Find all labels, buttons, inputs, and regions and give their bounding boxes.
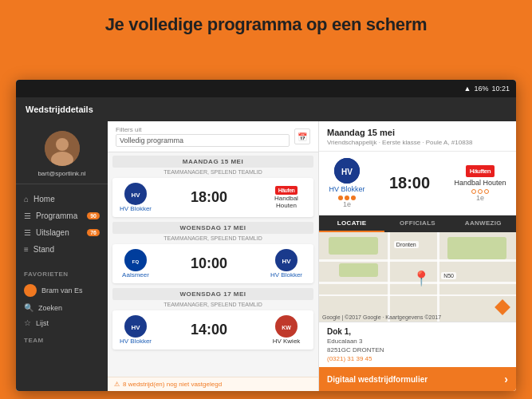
filter-select[interactable]: Volledig programma <box>116 134 290 147</box>
tab-aanwezig[interactable]: AANWEZIG <box>451 215 516 232</box>
map-label-n50: N50 <box>441 272 456 279</box>
detail-away-team-name: Handbal Houten <box>454 179 506 187</box>
match-detail-date: Maandag 15 mei <box>327 128 508 137</box>
day-header-1: MAANDAG 15 MEI <box>112 156 313 168</box>
top-bar-title: Wedstrijddetails <box>26 105 93 114</box>
sidebar-item-stand[interactable]: ≡ Stand <box>16 241 108 258</box>
sidebar-item-uitslagen[interactable]: ☰ Uitslagen 76 <box>16 224 108 241</box>
green-area-3 <box>339 263 378 277</box>
detail-home-team-name: HV Blokker <box>329 185 365 193</box>
search-icon: 🔍 <box>24 303 33 312</box>
team-section-title: TEAM <box>16 330 108 347</box>
tab-locatie[interactable]: LOCATIE <box>319 215 384 232</box>
match-card-1[interactable]: HV HV Blokker 18:00 Häufen Handbal Houte… <box>112 178 313 217</box>
away-team-2: HV HV Blokker <box>266 249 307 279</box>
home-team-3: HV HV Blokker <box>119 315 152 345</box>
road-v1 <box>388 232 390 322</box>
favorite-zoeken[interactable]: 🔍 Zoeken <box>16 300 108 315</box>
map-area: 📍 Dronten N50 Google | ©2017 Google · Ka… <box>319 232 516 322</box>
svg-point-1 <box>56 138 69 151</box>
home-team-1: HV HV Blokker <box>119 183 152 212</box>
away-logo-2: HV <box>275 249 298 271</box>
results-icon: ☰ <box>24 228 31 237</box>
detail-home-team: HV HV Blokker 1e <box>327 158 367 208</box>
detail-away-team: Häuften Handbal Houten 1e <box>452 165 508 202</box>
content-pane: Filters uit Volledig programma 📅 MAANDAG… <box>108 121 318 391</box>
sidebar-avatar-area: bart@sportlink.nl <box>16 121 108 184</box>
home-team-name-2: Aalsmeer <box>122 271 149 279</box>
match-card-3[interactable]: HV HV Blokker 14:00 KW HV K <box>112 310 313 350</box>
sub-header-3: TEAMMANAGER, SPELEND TEAMLID <box>112 302 313 307</box>
google-logo: Google | ©2017 Google · Kaartgegevens ©2… <box>322 314 441 320</box>
digital-form-button[interactable]: Digitaal wedstrijdformulier › <box>319 367 516 391</box>
right-pane: Maandag 15 mei Vriendschappelijk · Eerst… <box>318 121 516 391</box>
location-address2: 8251GC DRONTEN <box>327 346 508 354</box>
green-area-1 <box>329 237 378 255</box>
away-team-name-3: HV Kwiek <box>273 338 301 345</box>
match-time-2: 10:00 <box>157 255 261 272</box>
fav-dot-icon <box>24 284 37 297</box>
away-team-3: KW HV Kwiek <box>266 315 307 345</box>
map-label-dronten: Dronten <box>394 241 419 248</box>
away-logo-3: KW <box>275 315 298 338</box>
battery-level: 16% <box>474 85 488 93</box>
sidebar-item-label: Stand <box>33 245 54 254</box>
sidebar-item-home[interactable]: ⌂ Home <box>16 191 108 207</box>
top-bar: Wedstrijddetails <box>16 97 516 121</box>
home-logo-2: FQ <box>124 249 147 271</box>
match-card-2[interactable]: FQ Aalsmeer 10:00 HV HV Blo <box>112 244 313 283</box>
hauten-logo-1: Häufen <box>275 186 298 195</box>
arrow-right-icon: › <box>504 373 508 385</box>
page-title: Je volledige programma op een scherm <box>0 0 532 46</box>
home-logo-1: HV <box>124 183 147 205</box>
stand-icon: ≡ <box>24 245 29 254</box>
home-icon: ⌂ <box>24 195 29 203</box>
location-phone[interactable]: (0321) 31 39 45 <box>327 355 508 362</box>
dot3 <box>351 196 356 200</box>
match-time-3: 14:00 <box>157 322 261 338</box>
favorites-section-title: FAVORIETEN <box>16 264 108 281</box>
calendar-icon: ☰ <box>24 211 31 220</box>
favorite-lijst[interactable]: ☆ Lijst <box>16 315 108 330</box>
sidebar-item-label: Home <box>33 195 55 203</box>
clock: 10:21 <box>491 85 510 93</box>
wifi-icon: ▲ <box>464 85 471 93</box>
app-window: ▲ 16% 10:21 Wedstrijddetails bart@sportl… <box>16 80 516 391</box>
notice-text: 8 wedstrijd(en) nog niet vastgelegd <box>123 381 222 388</box>
calendar-filter-icon[interactable]: 📅 <box>294 128 310 144</box>
digital-form-label: Digitaal wedstrijdformulier <box>327 375 428 384</box>
user-email: bart@sportlink.nl <box>37 170 85 177</box>
home-team-name-1: HV Blokker <box>120 205 152 212</box>
day-header-2: WOENSDAG 17 MEI <box>112 222 313 234</box>
road-h1 <box>319 259 516 262</box>
green-area-2 <box>447 237 506 259</box>
svg-text:HV: HV <box>341 168 353 176</box>
svg-text:KW: KW <box>282 325 291 330</box>
away-team-1: Häufen Handbal Houten <box>266 186 307 209</box>
svg-text:HV: HV <box>131 192 140 199</box>
road-v2 <box>437 232 439 322</box>
fav-label: Zoeken <box>38 304 62 312</box>
schedule-list: MAANDAG 15 MEI TEAMMANAGER, SPELEND TEAM… <box>108 152 318 377</box>
sidebar: bart@sportlink.nl ⌂ Home ☰ Programma 90 … <box>16 121 108 391</box>
sidebar-item-programma[interactable]: ☰ Programma 90 <box>16 207 108 224</box>
detail-away-score: 1e <box>476 194 484 202</box>
filter-label: Filters uit <box>116 126 290 133</box>
home-logo-3: HV <box>124 315 147 338</box>
notice-icon: ⚠ <box>114 381 120 388</box>
day-header-3: WOENSDAG 17 MEI <box>112 288 313 300</box>
map-location-pin: 📍 <box>412 270 430 287</box>
match-detail-teams: HV HV Blokker 1e 18:00 Häuften Handbal H… <box>319 152 516 215</box>
sub-header-1: TEAMMANAGER, SPELEND TEAMLID <box>112 169 313 175</box>
fav-label: Bram van Es <box>41 286 83 294</box>
detail-home-logo: HV <box>334 158 360 184</box>
star-icon: ☆ <box>24 318 31 327</box>
detail-match-time: 18:00 <box>370 174 449 192</box>
location-info: Dok 1, Educalaan 3 8251GC DRONTEN (0321)… <box>319 322 516 367</box>
favorite-bram[interactable]: Bram van Es <box>16 281 108 300</box>
filter-bar: Filters uit Volledig programma 📅 <box>108 121 318 152</box>
match-time-1: 18:00 <box>157 189 261 206</box>
tab-officials[interactable]: OFFICIALS <box>384 215 450 232</box>
away-team-name-2: HV Blokker <box>270 271 302 279</box>
sidebar-nav: ⌂ Home ☰ Programma 90 ☰ Uitslagen 76 ≡ S… <box>16 184 108 264</box>
